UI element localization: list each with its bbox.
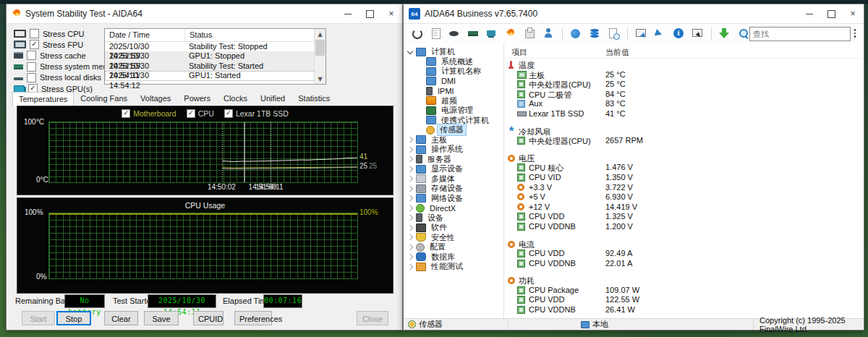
close-button[interactable]: Close	[357, 311, 388, 325]
chevron-right-icon[interactable]	[407, 186, 413, 192]
tab-unified[interactable]: Unified	[254, 91, 292, 106]
save-button[interactable]: Save	[144, 311, 179, 325]
sensor-row-cpu-vdd[interactable]: CPU VDD1.325 V	[504, 212, 864, 222]
chevron-right-icon[interactable]	[407, 264, 413, 270]
log-row[interactable]: 2025/10/30 14:54:12GPU1: Started	[105, 71, 326, 80]
minimize-button[interactable]	[337, 4, 359, 23]
remote-control-icon[interactable]	[692, 27, 704, 40]
tree-item-安全性[interactable]: 安全性	[404, 233, 503, 243]
tree-item-便携式计算机[interactable]: 便携式计算机	[404, 116, 503, 126]
sensor-group-冷却风扇[interactable]: 冷却风扇	[504, 127, 864, 137]
tab-cooling-fans[interactable]: Cooling Fans	[74, 91, 134, 106]
tree-item-服务器[interactable]: 服务器	[404, 155, 503, 165]
chevron-right-icon[interactable]	[407, 234, 413, 240]
sensor-row-lexar-1tb-ssd[interactable]: Lexar 1TB SSD41 °C	[504, 109, 864, 119]
preferences-button[interactable]: Preferences	[234, 311, 272, 325]
tree-item-设备[interactable]: 设备	[404, 213, 503, 223]
tree-item-存储设备[interactable]: 存储设备	[404, 184, 503, 194]
sensor-row-cpu-vddnb[interactable]: CPU VDDNB22.01 A	[504, 259, 864, 269]
checkbox[interactable]	[30, 29, 39, 38]
stop-button[interactable]: Stop	[56, 311, 91, 325]
tree-item-计算机名称[interactable]: 计算机名称	[404, 67, 503, 77]
legend-checkbox[interactable]: ✓	[187, 109, 195, 118]
tree-item-传感器[interactable]: 传感器	[404, 125, 503, 135]
tab-clocks[interactable]: Clocks	[217, 91, 254, 106]
tree-item-ipmi[interactable]: IPMI	[404, 86, 503, 96]
tree-item-显示设备[interactable]: 显示设备	[404, 164, 503, 174]
close-button[interactable]: ×	[380, 4, 402, 23]
find-icon[interactable]	[738, 27, 750, 40]
tab-voltages[interactable]: Voltages	[134, 91, 177, 106]
sensor-row-cpu-二极管[interactable]: CPU 二极管84 °C	[504, 90, 864, 100]
sensor-panel-icon[interactable]	[448, 27, 461, 40]
tree-item-计算机[interactable]: 计算机	[404, 47, 503, 57]
column-current-value[interactable]: 当前值	[605, 47, 629, 58]
minimize-button[interactable]	[799, 4, 820, 23]
log-header[interactable]: Date / Time Status	[105, 29, 326, 42]
sensor-row-3-3-v[interactable]: +3.3 V3.722 V	[504, 183, 864, 193]
sensor-row-12-v[interactable]: +12 V14.419 V	[504, 202, 864, 213]
search-input[interactable]	[749, 27, 851, 41]
checkbox[interactable]	[27, 62, 36, 72]
report-schedule-icon[interactable]	[608, 27, 620, 40]
clear-button[interactable]: Clear	[104, 311, 138, 325]
package-icon[interactable]	[524, 27, 536, 40]
sensor-group-电压[interactable]: 电压	[504, 153, 864, 163]
tree-item-directx[interactable]: DirectX	[404, 203, 503, 213]
sensor-row-cpu-核心[interactable]: CPU 核心1.476 V	[504, 163, 864, 173]
tree-item-软件[interactable]: 软件	[404, 223, 503, 233]
sensor-row-cpu-vid[interactable]: CPU VID1.350 V	[504, 173, 864, 183]
scroll-thumb[interactable]	[315, 40, 325, 56]
toolbar-overflow-icon[interactable]	[850, 27, 860, 40]
sensor-row-cpu-vdd[interactable]: CPU VDD92.49 A	[504, 249, 864, 259]
stability-test-icon[interactable]	[505, 27, 517, 40]
sensor-group-温度[interactable]: 温度	[504, 60, 864, 70]
sensor-row-cpu-vdd[interactable]: CPU VDD122.55 W	[504, 295, 864, 305]
cpuid-button[interactable]: CPUID	[193, 311, 224, 325]
remote-send-icon[interactable]	[654, 27, 666, 40]
log-row[interactable]: 2025/10/30 14:51:59Stability Test: Stopp…	[105, 42, 326, 51]
legend-item-motherboard[interactable]: ✓Motherboard	[122, 109, 176, 118]
column-item[interactable]: 项目	[511, 47, 527, 58]
chevron-down-icon[interactable]	[407, 48, 413, 54]
tree-item-操作系统[interactable]: 操作系统	[404, 145, 503, 155]
tree-item-超频[interactable]: 超频	[404, 96, 503, 106]
sensor-row-中央处理器-cpu[interactable]: 中央处理器(CPU)2657 RPM	[504, 136, 864, 146]
chevron-right-icon[interactable]	[407, 225, 413, 231]
sensor-row-cpu-vddnb[interactable]: CPU VDDNB26.41 W	[504, 305, 864, 315]
log-row[interactable]: 2025/10/30 14:54:11Stability Test: Start…	[105, 61, 326, 71]
tree-item-数据库[interactable]: 数据库	[404, 252, 503, 263]
user-icon[interactable]	[542, 27, 555, 40]
video-icon[interactable]	[486, 27, 498, 40]
remote-monitor-icon[interactable]	[635, 27, 647, 40]
checkbox[interactable]	[27, 51, 36, 60]
log-column-status[interactable]: Status	[185, 29, 326, 41]
tab-statistics[interactable]: Statistics	[292, 91, 336, 106]
update-icon[interactable]	[719, 27, 731, 40]
chevron-right-icon[interactable]	[407, 166, 413, 172]
chevron-right-icon[interactable]	[407, 176, 413, 182]
sensor-group-电流[interactable]: 电流	[504, 239, 864, 249]
start-button[interactable]: Start	[22, 311, 55, 325]
tree-item-多媒体[interactable]: 多媒体	[404, 174, 503, 184]
checkbox[interactable]	[27, 73, 36, 82]
info-icon[interactable]	[673, 27, 685, 40]
log-column-datetime[interactable]: Date / Time	[105, 29, 185, 41]
tree-item-性能测试[interactable]: 性能测试	[404, 262, 503, 272]
chevron-right-icon[interactable]	[407, 254, 413, 260]
scroll-down-icon[interactable]: ▼	[315, 74, 326, 84]
tree-item-配置[interactable]: 配置	[404, 242, 503, 252]
close-button[interactable]: ×	[842, 4, 864, 23]
sensor-group-功耗[interactable]: 功耗	[504, 276, 864, 286]
refresh-icon[interactable]	[411, 27, 423, 40]
tree-item-系统概述[interactable]: 系统概述	[404, 57, 503, 67]
maximize-button[interactable]	[359, 4, 380, 23]
sensor-row-主板[interactable]: 主板25 °C	[504, 70, 864, 80]
chevron-right-icon[interactable]	[407, 147, 413, 153]
log-scrollbar[interactable]: ▲ ▼	[314, 29, 326, 84]
log-row[interactable]: 2025/10/30 14:51:59GPU1: Stopped	[105, 51, 326, 61]
legend-item-cpu[interactable]: ✓CPU	[187, 109, 214, 118]
database-icon[interactable]	[589, 27, 601, 40]
sensor-row-5-v[interactable]: +5 V6.930 V	[504, 192, 864, 202]
tab-powers[interactable]: Powers	[177, 91, 217, 106]
